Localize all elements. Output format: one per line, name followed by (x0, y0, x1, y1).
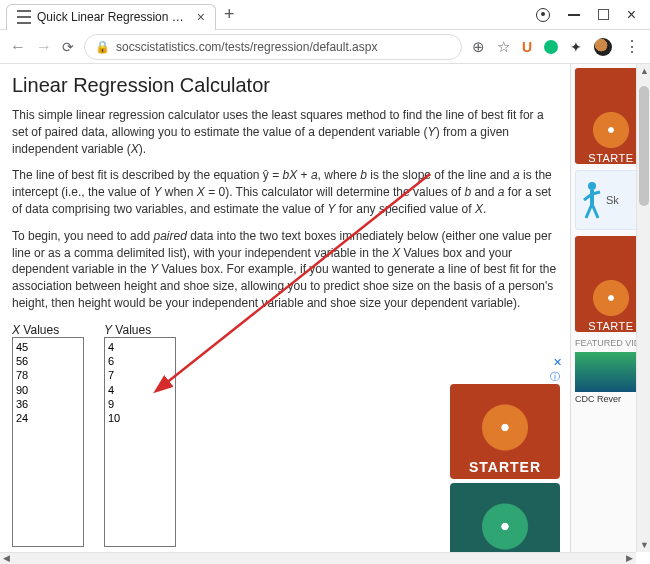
new-tab-button[interactable]: + (224, 4, 235, 25)
x-values-label: X Values (12, 323, 59, 337)
intro-paragraph-2: The line of best fit is described by the… (12, 167, 558, 217)
browser-tab[interactable]: Quick Linear Regression Calculat × (6, 4, 216, 30)
vertical-scrollbar[interactable]: ▲ ▼ (636, 64, 650, 552)
svg-rect-2 (590, 190, 594, 204)
kebab-menu-icon[interactable]: ⋮ (624, 37, 640, 56)
horizontal-scrollbar[interactable]: ◀ ▶ (0, 552, 636, 564)
extension-u-icon[interactable]: U (522, 39, 532, 55)
browser-titlebar: Quick Linear Regression Calculat × + × (0, 0, 650, 30)
ad-creator[interactable]: CREATOR (450, 483, 560, 552)
maximize-button[interactable] (598, 9, 609, 20)
ad-starter[interactable]: STARTER (450, 384, 560, 479)
reload-button[interactable]: ⟳ (62, 39, 74, 55)
ad-mascot-icon (588, 276, 634, 320)
ad-mascot-icon (475, 400, 535, 455)
svg-line-6 (592, 192, 600, 194)
browser-toolbar: ← → ⟳ 🔒 socscistatistics.com/tests/regre… (0, 30, 650, 64)
scroll-right-icon[interactable]: ▶ (626, 553, 633, 563)
svg-line-4 (592, 204, 598, 218)
back-button[interactable]: ← (10, 38, 26, 56)
tab-title: Quick Linear Regression Calculat (37, 10, 189, 24)
ad-close-icon[interactable]: ✕ (553, 356, 562, 369)
tab-favicon (17, 10, 31, 24)
ad-mascot-icon (475, 499, 535, 552)
page-title: Linear Regression Calculator (12, 74, 558, 97)
extensions-icon[interactable]: ✦ (570, 39, 582, 55)
scroll-up-icon[interactable]: ▲ (640, 66, 649, 76)
intro-paragraph-3: To begin, you need to add paired data in… (12, 228, 558, 312)
y-values-label: Y Values (104, 323, 151, 337)
scroll-down-icon[interactable]: ▼ (640, 540, 649, 550)
viewport: Linear Regression Calculator This simple… (0, 64, 650, 552)
x-values-input[interactable] (12, 337, 84, 547)
svg-line-3 (586, 204, 592, 218)
bookmark-icon[interactable]: ☆ (497, 38, 510, 56)
inline-ad-block: ✕ ⓘ STARTER CREATOR (450, 384, 560, 552)
account-icon[interactable] (536, 8, 550, 22)
page-content: Linear Regression Calculator This simple… (0, 64, 570, 552)
minimize-button[interactable] (568, 14, 580, 16)
forward-button[interactable]: → (36, 38, 52, 56)
scroll-left-icon[interactable]: ◀ (3, 553, 10, 563)
ad-info-icon[interactable]: ⓘ (550, 370, 560, 384)
extension-green-icon[interactable] (544, 40, 558, 54)
url-text: socscistatistics.com/tests/regression/de… (116, 40, 377, 54)
scroll-thumb[interactable] (639, 86, 649, 206)
stick-figure-icon (582, 180, 602, 220)
lock-icon: 🔒 (95, 40, 110, 54)
svg-point-1 (588, 182, 596, 190)
profile-avatar[interactable] (594, 38, 612, 56)
close-tab-icon[interactable]: × (197, 9, 205, 25)
intro-paragraph-1: This simple linear regression calculator… (12, 107, 558, 157)
search-icon[interactable]: ⊕ (472, 38, 485, 56)
y-values-input[interactable] (104, 337, 176, 547)
close-window-button[interactable]: × (627, 6, 636, 24)
ad-mascot-icon (588, 108, 634, 152)
window-controls: × (536, 6, 650, 24)
address-bar[interactable]: 🔒 socscistatistics.com/tests/regression/… (84, 34, 462, 60)
